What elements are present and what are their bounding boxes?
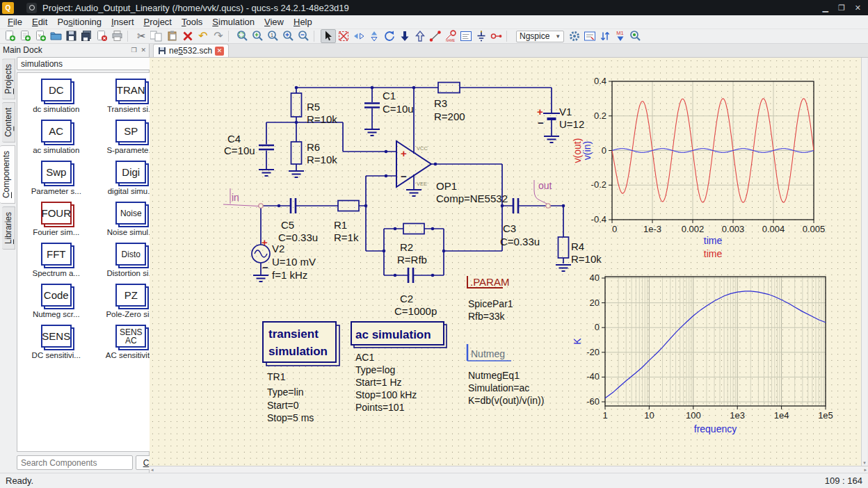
dock-float-button[interactable]: ❒ xyxy=(131,47,136,54)
component-fft[interactable]: FFTSpectrum a... xyxy=(19,243,94,277)
close-document-button[interactable] xyxy=(95,29,110,43)
close-button[interactable]: ✕ xyxy=(855,3,861,13)
schematic-canvas[interactable]: R5 R=10k R6 R=10k C4 xyxy=(150,58,861,466)
ground-v2[interactable] xyxy=(253,275,268,282)
component-sens[interactable]: SENSDC sensitivi... xyxy=(19,325,94,359)
undo-button[interactable]: ↶ xyxy=(195,29,211,43)
menu-positioning[interactable]: Positioning xyxy=(52,16,106,28)
svg-text:-40: -40 xyxy=(586,371,600,382)
zoom-in-button[interactable] xyxy=(281,29,296,43)
minimize-button[interactable]: ▁ xyxy=(822,3,828,13)
menu-insert[interactable]: Insert xyxy=(106,16,139,28)
node-name-button[interactable]: NAME xyxy=(443,29,458,43)
ac-plot[interactable]: 1101001e31e41e540200-20-40-60frequencyK xyxy=(572,273,833,434)
resistor-r3[interactable]: R3 R=200 xyxy=(434,83,465,123)
menu-project[interactable]: Project xyxy=(139,16,177,28)
equation-button[interactable] xyxy=(458,29,474,43)
menu-simulation[interactable]: Simulation xyxy=(207,16,259,28)
svg-text:R3: R3 xyxy=(434,97,447,109)
push-down-button[interactable] xyxy=(397,29,412,43)
source-v1[interactable]: + − V1 U=12 xyxy=(537,106,584,130)
sim-settings-button[interactable] xyxy=(582,29,597,43)
save-file-button[interactable] xyxy=(64,29,79,43)
paste-button[interactable] xyxy=(165,29,180,43)
new-text-document-button[interactable] xyxy=(18,29,33,43)
component-dc[interactable]: DCdc simulation xyxy=(19,79,94,113)
probe-button[interactable] xyxy=(628,29,643,43)
component-four[interactable]: FOURFourier sim... xyxy=(19,202,94,236)
maximize-button[interactable]: ❐ xyxy=(838,3,845,13)
cursor-position: 109 : 164 xyxy=(825,475,862,486)
zoom-1-1-button[interactable]: 1 xyxy=(266,29,281,43)
tab-components[interactable]: Components xyxy=(0,145,15,204)
resistor-r2[interactable]: R2 R=Rfb xyxy=(397,224,427,266)
tab-close-icon[interactable]: ✕ xyxy=(215,47,224,56)
copy-button[interactable] xyxy=(150,29,165,43)
port-in[interactable]: in xyxy=(223,188,263,208)
save-all-button[interactable] xyxy=(79,29,95,43)
zoom-fit-button[interactable] xyxy=(235,29,250,43)
port-button[interactable] xyxy=(489,29,504,43)
menu-edit[interactable]: Edit xyxy=(27,16,52,28)
simulator-select[interactable]: Ngspice▼ xyxy=(516,31,564,42)
mirror-x-button[interactable] xyxy=(367,29,382,43)
component-swp[interactable]: SwpParameter s... xyxy=(19,161,94,195)
document-tab-ne5532[interactable]: ne5532.sch ✕ xyxy=(153,44,229,57)
svg-text:frequency: frequency xyxy=(694,423,737,434)
ground-c1[interactable] xyxy=(364,129,380,136)
menu-view[interactable]: View xyxy=(259,16,289,28)
rotate-button[interactable] xyxy=(382,29,397,43)
mirror-y-button[interactable] xyxy=(351,29,367,43)
ground-opamp[interactable] xyxy=(406,190,421,196)
resistor-r1[interactable]: R1 R=1k xyxy=(334,201,359,244)
search-components-input[interactable] xyxy=(17,455,133,470)
ground-v1[interactable] xyxy=(544,136,559,143)
capacitor-c5[interactable]: C5 C=0.33u xyxy=(278,198,318,243)
dock-close-button[interactable]: ✕ xyxy=(140,47,146,54)
exchange-button[interactable] xyxy=(597,29,613,43)
probe-icon xyxy=(629,29,643,43)
tab-content[interactable]: Content xyxy=(2,102,15,143)
redo-button[interactable]: ↷ xyxy=(211,29,226,43)
component-category-select[interactable]: simulations▼ xyxy=(17,57,170,70)
port-out[interactable]: out xyxy=(534,180,552,208)
vertical-scrollbar[interactable]: ▾ xyxy=(861,58,867,466)
zoom-window-icon xyxy=(251,29,265,43)
component-ac[interactable]: ACac simulation xyxy=(19,120,94,154)
ground-button[interactable] xyxy=(474,29,489,43)
transient-simulation-block[interactable]: transient simulation TR1 Type=lin Start=… xyxy=(263,322,339,423)
menu-help[interactable]: Help xyxy=(289,16,317,28)
pop-up-button[interactable] xyxy=(412,29,428,43)
ac-simulation-block[interactable]: ac simulation AC1 Type=log Start=1 Hz St… xyxy=(351,322,447,413)
wire-button[interactable] xyxy=(428,29,443,43)
new-verilog-document-button[interactable]: v xyxy=(33,29,49,43)
open-file-button[interactable] xyxy=(49,29,64,43)
opamp-op1[interactable]: + − VCC VEE OP1 Comp=NE5532 xyxy=(396,141,508,204)
horizontal-scrollbar[interactable]: ◂▸ xyxy=(150,466,868,473)
select-button[interactable] xyxy=(321,29,336,43)
simulate-gear-button[interactable] xyxy=(567,29,582,43)
resistor-r5[interactable]: R5 R=10k xyxy=(291,93,338,125)
nutmeg-equation-block[interactable]: Nutmeg NutmegEq1 Simulation=ac K=db(v(ou… xyxy=(467,344,544,406)
delete-button[interactable] xyxy=(180,29,195,43)
deactivate-button[interactable] xyxy=(336,29,351,43)
tab-projects[interactable]: Projects xyxy=(2,58,15,99)
component-code[interactable]: CodeNutmeg scr... xyxy=(19,284,94,318)
zoom-out-button[interactable] xyxy=(296,29,312,43)
ground-c4[interactable] xyxy=(259,170,274,176)
new-document-button[interactable] xyxy=(3,29,18,43)
svg-text:0.2: 0.2 xyxy=(594,111,606,121)
marker-button[interactable]: M1 xyxy=(613,29,628,43)
menu-file[interactable]: File xyxy=(3,16,27,28)
resistor-r6[interactable]: R6 R=10k xyxy=(291,141,338,165)
ground-r6[interactable] xyxy=(289,171,304,177)
ground-r4[interactable] xyxy=(556,265,571,271)
cut-button[interactable]: ✂ xyxy=(134,29,150,43)
print-button[interactable] xyxy=(110,29,125,43)
tab-libraries[interactable]: Libraries xyxy=(2,206,15,250)
menu-tools[interactable]: Tools xyxy=(177,16,207,28)
resistor-r4[interactable]: R4 R=10k xyxy=(558,237,602,265)
spice-param-block[interactable]: .PARAM SpicePar1 Rfb=33k xyxy=(467,276,513,322)
transient-plot[interactable]: 01e-30.0020.0030.0040.0050.40.20-0.2-0.4… xyxy=(572,76,825,259)
zoom-window-button[interactable] xyxy=(250,29,266,43)
